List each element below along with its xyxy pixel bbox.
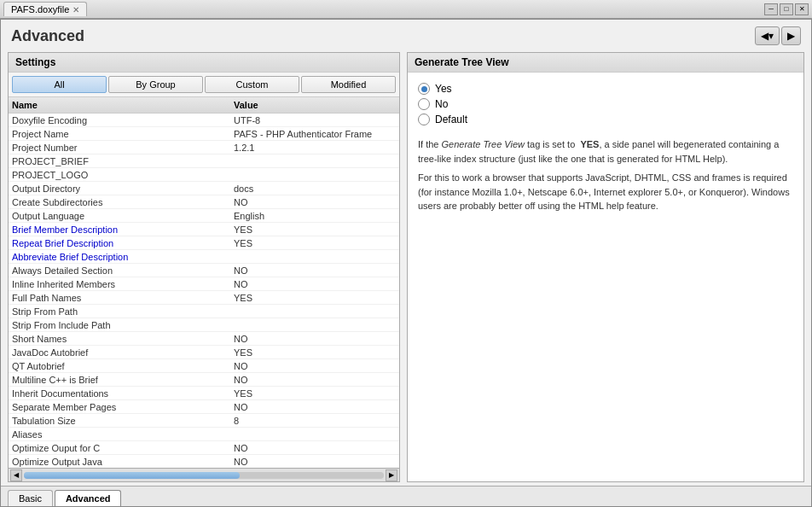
row-name: Output Language xyxy=(12,211,234,221)
table-row[interactable]: PROJECT_LOGO xyxy=(9,168,399,182)
table-row[interactable]: Abbreviate Brief Description xyxy=(9,250,399,264)
row-value: YES xyxy=(234,238,396,248)
scroll-right-arrow[interactable]: ▶ xyxy=(386,469,397,481)
table-row[interactable]: QT AutobriefNO xyxy=(9,359,399,373)
row-name: Strip From Include Path xyxy=(12,320,234,330)
row-name: JavaDoc Autobrief xyxy=(12,347,234,358)
row-value: 8 xyxy=(234,416,396,426)
minimize-button[interactable]: ─ xyxy=(764,3,778,15)
filter-modified-button[interactable]: Modified xyxy=(301,76,396,93)
table-row[interactable]: Tabulation Size8 xyxy=(9,414,399,428)
table-row[interactable]: Inherit DocumentationsYES xyxy=(9,387,399,400)
radio-yes-circle[interactable] xyxy=(418,83,430,95)
table-row[interactable]: Doxyfile EncodingUTF-8 xyxy=(9,114,399,127)
radio-group: Yes No Default xyxy=(418,83,793,125)
table-row[interactable]: Short NamesNO xyxy=(9,332,399,346)
radio-default-circle[interactable] xyxy=(418,114,430,125)
row-value: YES xyxy=(234,224,396,235)
settings-table-body[interactable]: Doxyfile EncodingUTF-8Project NamePAFS -… xyxy=(9,114,399,468)
tab-close-icon[interactable]: ✕ xyxy=(72,5,79,15)
row-value: NO xyxy=(234,375,396,385)
radio-yes[interactable]: Yes xyxy=(418,83,793,95)
row-name: PROJECT_LOGO xyxy=(12,170,234,180)
row-value: NO xyxy=(234,265,396,276)
table-row[interactable]: Project NamePAFS - PHP Authenticator Fra… xyxy=(9,127,399,141)
table-row[interactable]: Always Detailed SectionNO xyxy=(9,264,399,277)
table-row[interactable]: Separate Member PagesNO xyxy=(9,400,399,414)
row-name: Optimize Ouput for C xyxy=(12,443,234,453)
table-row[interactable]: Create SubdirectoriesNO xyxy=(9,195,399,209)
table-row[interactable]: Full Path NamesYES xyxy=(9,291,399,305)
nav-buttons: ◀▾ ▶ xyxy=(755,26,801,45)
row-value: NO xyxy=(234,279,396,289)
row-name: QT Autobrief xyxy=(12,361,234,371)
row-name: Always Detailed Section xyxy=(12,265,234,276)
window-controls: ─ □ ✕ xyxy=(764,3,809,15)
table-row[interactable]: Strip From Path xyxy=(9,305,399,318)
row-value: UTF-8 xyxy=(234,115,396,125)
description-1: If the Generate Tree View tag is set to … xyxy=(418,137,793,166)
maximize-button[interactable]: □ xyxy=(780,3,793,15)
col-header-name: Name xyxy=(12,100,234,110)
table-row[interactable]: Inline Inherited MembersNO xyxy=(9,277,399,291)
row-name: Output Directory xyxy=(12,184,234,194)
col-header-value: Value xyxy=(234,100,396,110)
forward-button[interactable]: ▶ xyxy=(781,26,801,45)
row-name: Inline Inherited Members xyxy=(12,279,234,289)
row-name: Short Names xyxy=(12,334,234,344)
bottom-tabs: Basic Advanced xyxy=(1,486,811,506)
page-title: Advanced xyxy=(11,27,84,45)
scroll-thumb[interactable] xyxy=(24,472,240,479)
table-row[interactable]: Brief Member DescriptionYES xyxy=(9,223,399,236)
row-value: PAFS - PHP Authenticator Frame xyxy=(234,129,396,139)
page-title-bar: Advanced ◀▾ ▶ xyxy=(1,20,811,49)
settings-header: Settings xyxy=(9,53,399,73)
table-row[interactable]: Strip From Include Path xyxy=(9,318,399,332)
row-value: NO xyxy=(234,457,396,467)
tab-label: PAFS.doxyfile xyxy=(11,4,69,15)
close-button[interactable]: ✕ xyxy=(795,3,809,15)
filter-all-button[interactable]: All xyxy=(12,76,107,93)
row-name: Full Path Names xyxy=(12,293,234,303)
row-name: Abbreviate Brief Description xyxy=(12,252,234,262)
scroll-left-arrow[interactable]: ◀ xyxy=(10,469,22,481)
row-name: Doxyfile Encoding xyxy=(12,115,234,125)
row-value: NO xyxy=(234,443,396,453)
row-value: YES xyxy=(234,388,396,399)
table-row[interactable]: Output Directorydocs xyxy=(9,182,399,195)
filter-custom-button[interactable]: Custom xyxy=(205,76,299,93)
tab-advanced[interactable]: Advanced xyxy=(55,490,122,506)
radio-default[interactable]: Default xyxy=(418,114,793,125)
radio-yes-label: Yes xyxy=(435,83,452,95)
table-row[interactable]: Project Number1.2.1 xyxy=(9,141,399,154)
row-name: Multiline C++ is Brief xyxy=(12,375,234,385)
table-row[interactable]: JavaDoc AutobriefYES xyxy=(9,346,399,359)
table-row[interactable]: Optimize Ouput for CNO xyxy=(9,441,399,455)
row-value: English xyxy=(234,211,396,221)
filter-bygroup-button[interactable]: By Group xyxy=(108,76,203,93)
scroll-track[interactable] xyxy=(24,472,384,479)
description-2: For this to work a browser that supports… xyxy=(418,171,793,213)
radio-no[interactable]: No xyxy=(418,98,793,110)
horizontal-scrollbar[interactable]: ◀ ▶ xyxy=(9,468,399,481)
row-value: NO xyxy=(234,334,396,344)
row-value: NO xyxy=(234,402,396,412)
main-window: Advanced ◀▾ ▶ Settings All By Group Cust… xyxy=(0,19,812,507)
table-row[interactable]: Multiline C++ is BriefNO xyxy=(9,373,399,387)
table-row[interactable]: Aliases xyxy=(9,428,399,441)
back-button[interactable]: ◀▾ xyxy=(755,26,780,45)
row-value: YES xyxy=(234,293,396,303)
row-value: 1.2.1 xyxy=(234,143,396,153)
table-row[interactable]: Optimize Output JavaNO xyxy=(9,455,399,468)
row-name: Inherit Documentations xyxy=(12,388,234,399)
title-tab[interactable]: PAFS.doxyfile ✕ xyxy=(3,2,87,16)
row-name: Optimize Output Java xyxy=(12,457,234,467)
table-row[interactable]: PROJECT_BRIEF xyxy=(9,154,399,168)
row-value: NO xyxy=(234,361,396,371)
radio-no-circle[interactable] xyxy=(418,98,430,110)
right-panel-content: Yes No Default If the Generate Tree View… xyxy=(408,73,803,224)
table-row[interactable]: Output LanguageEnglish xyxy=(9,209,399,223)
tab-basic[interactable]: Basic xyxy=(8,490,53,506)
content-area: Settings All By Group Custom Modified Na… xyxy=(1,49,811,486)
table-row[interactable]: Repeat Brief DescriptionYES xyxy=(9,236,399,250)
